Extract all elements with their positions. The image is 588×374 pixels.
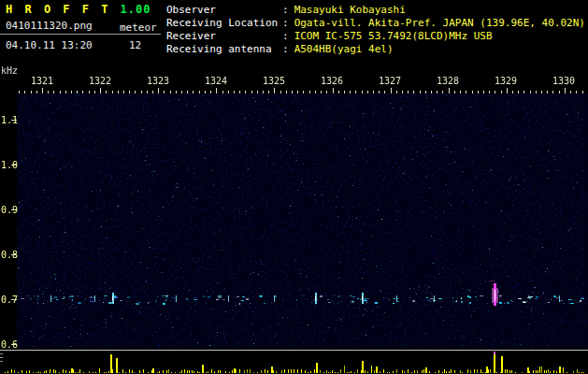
time-tick-label: 1325 (260, 76, 288, 86)
info-label: Observer (166, 4, 282, 17)
freq-tick-label: 1.0 (1, 160, 20, 170)
freq-unit-label: kHz (1, 65, 18, 76)
info-value: Ogata-vill. Akita-Pref. JAPAN (139.96E, … (294, 17, 585, 29)
freq-tick-label: 1.1 (1, 115, 20, 125)
freq-tick-label: 0.9 (1, 205, 20, 215)
time-tick-label: 1330 (550, 76, 578, 86)
info-row-location: Receiving Location:Ogata-vill. Akita-Pre… (166, 17, 585, 30)
info-label: Receiving antenna (166, 43, 282, 56)
freq-tick-label: 0.6 (1, 339, 20, 350)
time-tick-label: 1321 (28, 76, 56, 86)
info-colon: : (282, 43, 289, 55)
time-tick-label: 1326 (318, 76, 346, 86)
app-title: H R O F F T1.00 (6, 3, 151, 16)
output-filename: 0410111320.png (6, 20, 93, 32)
header-divider (0, 34, 161, 35)
info-value: Masayuki Kobayashi (294, 4, 406, 16)
app-title-text: H R O F F T (6, 3, 110, 16)
time-tick-label: 1327 (376, 76, 404, 86)
info-label: Receiver (166, 30, 282, 43)
info-row-antenna: Receiving antenna:A504HB(yagi 4el) (166, 43, 585, 56)
time-tick-label: 1322 (86, 76, 114, 86)
app-version: 1.00 (120, 3, 151, 16)
info-value: ICOM IC-575 53.7492(8LCD)MHz USB (294, 30, 493, 42)
time-tick-label: 1323 (144, 76, 172, 86)
info-row-receiver: Receiver:ICOM IC-575 53.7492(8LCD)MHz US… (166, 30, 585, 43)
freq-tick-label: 0.8 (1, 250, 20, 260)
time-tick-label: 1324 (202, 76, 230, 86)
info-colon: : (282, 4, 289, 16)
hrofft-screen: H R O F F T1.00 0410111320.png meteor 04… (0, 0, 588, 374)
time-tick-label: 1329 (492, 76, 520, 86)
spectrogram-canvas (0, 65, 588, 348)
info-colon: : (282, 30, 289, 42)
time-tick-label: 1328 (434, 76, 462, 86)
info-label: Receiving Location (166, 17, 282, 30)
station-info: Observer:Masayuki Kobayashi Receiving Lo… (166, 4, 585, 56)
mode-label: meteor (120, 22, 157, 34)
info-colon: : (282, 17, 289, 29)
info-value: A504HB(yagi 4el) (294, 43, 394, 55)
freq-tick-label: 0.7 (1, 295, 20, 305)
datetime-label: 04.10.11 13:20 (6, 39, 93, 51)
info-row-observer: Observer:Masayuki Kobayashi (166, 4, 585, 17)
meteor-count: 12 (129, 39, 141, 51)
activity-bar-canvas (0, 348, 588, 374)
